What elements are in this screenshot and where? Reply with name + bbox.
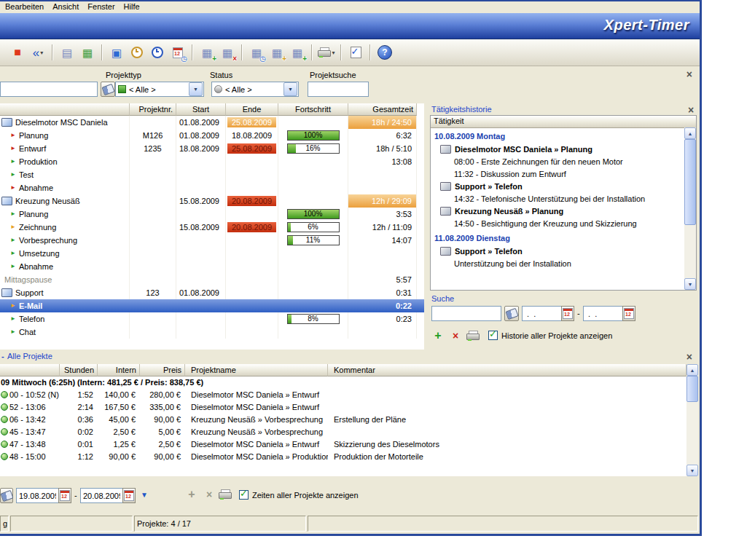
range-from-input[interactable] [16,488,58,503]
add-timestamp-button[interactable]: ▦+ [267,44,286,61]
delete-time-button[interactable]: × [203,488,216,501]
history-search-input[interactable] [431,306,501,321]
scroll-up-icon[interactable]: ▲ [686,364,698,376]
project-filter-input[interactable] [0,82,98,97]
scroll-up-icon[interactable]: ▲ [684,127,696,139]
scroll-thumb[interactable] [686,376,698,402]
clock-comment-button[interactable] [128,44,146,61]
history-item[interactable]: 11:32 - Diskussion zum Entwurf [431,167,684,180]
col-stunden[interactable]: Stunden [60,364,98,376]
calendar-button[interactable] [622,306,635,321]
status-select[interactable]: < Alle > ▼ [211,82,299,97]
menu-item-fenster[interactable]: Fenster [83,1,119,13]
project-row[interactable]: ►Produktion13:08 [0,155,424,168]
close-alle-projekte-icon[interactable]: × [686,352,692,362]
col-projektname[interactable] [0,103,130,116]
project-row[interactable]: ►Test [0,168,424,181]
calendar-clock-button[interactable]: ◷ [168,44,187,61]
time-row[interactable]: 52 - 13:062:14167,50 €335,00 €Dieselmoto… [0,401,686,414]
col-projektnr[interactable]: Projektnr. [130,103,176,116]
history-column-header[interactable]: Tätigkeit [431,116,696,128]
project-row[interactable]: ►Entwurf123518.08.200925.08.200916%18h /… [0,142,424,155]
scroll-down-icon[interactable]: ▼ [686,465,698,476]
report-button[interactable]: ▦ [78,44,97,61]
history-item[interactable]: Unterstützung bei der Installation [431,257,684,269]
range-from-field[interactable] [16,488,71,503]
times-all-projects-checkbox[interactable]: ✓ [239,490,249,500]
project-row[interactable]: ►E-Mail0:22 [0,299,424,312]
print-times-button[interactable] [219,488,232,501]
project-row[interactable]: ►Abnahme [0,181,424,194]
project-row[interactable]: ►Chat [0,326,424,339]
project-list-button[interactable]: ▤ [58,44,77,61]
range-to-input[interactable] [80,488,122,503]
time-table-scrollbar[interactable]: ▲ ▼ [686,364,698,476]
calendar-button[interactable] [561,306,574,321]
stop-button[interactable]: ■ [8,44,27,61]
project-row[interactable]: Support12301.08.20090:31 [0,286,424,299]
menu-item-ansicht[interactable]: Ansicht [48,1,83,13]
chevron-down-icon[interactable]: ▼ [189,82,203,96]
history-entry[interactable]: Kreuzung Neusäß » Planung [431,205,684,217]
col-gesamtzeit[interactable]: Gesamtzeit [348,103,417,116]
history-scrollbar[interactable]: ▲ ▼ [684,127,696,290]
history-entry[interactable]: Support » Telefon [431,180,684,192]
range-to-field[interactable] [80,488,136,503]
help-button[interactable]: ? [375,44,394,61]
history-all-projects-checkbox[interactable]: ✓ [488,331,498,340]
menu-item-hilfe[interactable]: Hilfe [120,1,144,13]
tasks-button[interactable] [346,44,365,61]
col-fortschritt[interactable]: Fortschritt [278,103,348,116]
clear-filter-button[interactable] [101,82,115,97]
history-date-from-input[interactable] [522,306,561,321]
close-history-icon[interactable]: × [688,105,694,115]
col-preis[interactable]: Preis [140,364,185,376]
scroll-thumb[interactable] [684,139,696,225]
history-date-header[interactable]: 10.08.2009 Montag [431,127,684,143]
project-row[interactable]: Dieselmotor MSC Daniela01.08.200925.08.2… [0,116,424,129]
project-row[interactable]: ►Abnahme [0,260,424,273]
add-project-button[interactable]: ▦+ [197,44,216,61]
time-row[interactable]: 45 - 13:470:022,50 €5,00 €Kreuzung Neusä… [0,426,686,438]
col-ende[interactable]: Ende [226,103,278,116]
clock-button[interactable] [148,44,167,61]
projektsuche-input[interactable] [308,82,369,97]
history-date-to-field[interactable] [583,306,635,321]
calendar-button[interactable] [58,488,71,503]
time-row[interactable]: 00 - 10:52 (N)1:52140,00 €280,00 €Diesel… [0,389,686,401]
menu-item-bearbeiten[interactable]: Bearbeiten [1,1,48,13]
print-history-button[interactable] [466,329,480,342]
timestamp-list-button[interactable]: ▦◷ [247,44,266,61]
print-button[interactable]: ▾ [317,44,336,61]
project-row[interactable]: ►PlanungM12601.08.200918.08.2009100%6:32 [0,129,424,142]
chevron-down-icon[interactable]: ▼ [283,82,297,96]
project-row[interactable]: ►Planung100%3:53 [0,208,424,221]
delete-project-button[interactable]: ▦× [218,44,237,61]
time-row[interactable]: 06 - 13:420:3645,00 €90,00 €Kreuzung Neu… [0,414,686,426]
history-item[interactable]: 08:00 - Erste Zeichnungen für den neuen … [431,155,684,167]
collapse-icon[interactable]: - [1,352,4,360]
project-row[interactable]: ►Telefon8%0:23 [0,312,424,326]
project-row[interactable]: ►Vorbesprechung11%14:07 [0,234,424,247]
timer-window-button[interactable]: ▣ [107,44,126,61]
add-time-button[interactable]: + [185,488,198,501]
time-row[interactable]: 48 - 15:001:1290,00 €90,00 €Dieselmotor … [0,451,686,463]
project-row[interactable]: Kreuzung Neusäß15.08.200920.08.200912h /… [0,194,424,208]
history-entry[interactable]: Dieselmotor MSC Daniela » Planung [431,143,684,155]
col-zeitraum[interactable] [0,364,60,376]
close-filterbar-icon[interactable]: × [686,69,692,79]
add-history-button[interactable]: + [431,329,445,342]
col-start[interactable]: Start [176,103,226,116]
col-kommentar[interactable]: Kommentar [328,364,686,376]
history-date-to-input[interactable] [583,306,622,321]
clear-search-button[interactable] [504,306,519,321]
history-entry[interactable]: Support » Telefon [431,245,684,257]
history-item[interactable]: 14:50 - Besichtigung der Kreuzung und Sk… [431,217,684,229]
calendar-button[interactable] [122,488,136,503]
time-row[interactable]: 47 - 13:480:011,25 €2,50 €Dieselmotor MS… [0,438,686,451]
history-item[interactable]: 14:32 - Telefonische Unterstützung bei d… [431,192,684,205]
scroll-down-icon[interactable]: ▼ [684,278,696,290]
history-date-from-field[interactable] [522,306,574,321]
day-group-row[interactable]: 09 Mittwoch (6:25h) (Intern: 481,25 € / … [0,376,698,389]
project-row[interactable]: ►Umsetzung [0,247,424,260]
